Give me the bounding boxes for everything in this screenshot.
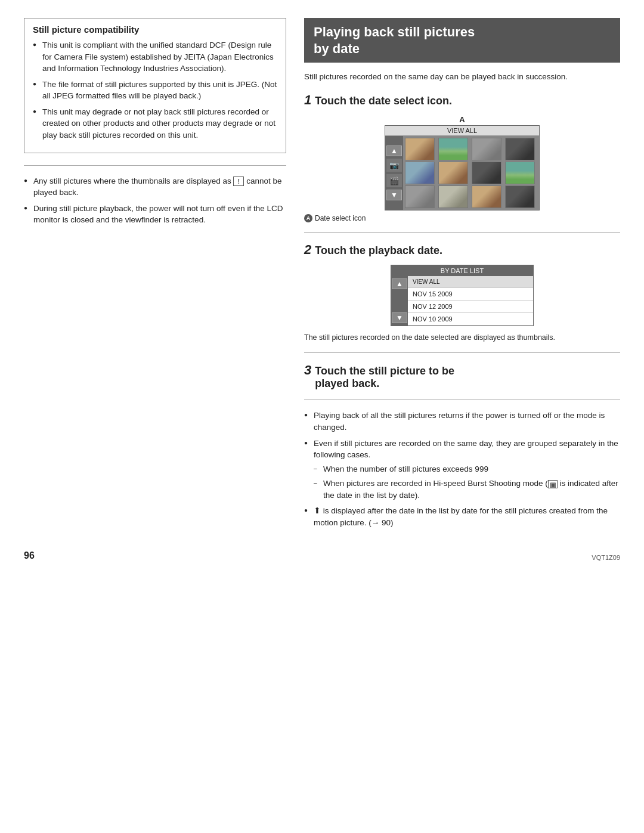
bydate-nav-down[interactable]: ▼ — [392, 312, 407, 323]
warning-icon: ! — [233, 176, 244, 186]
step3-heading: 3 Touch the still picture to be played b… — [304, 363, 620, 390]
cam-icon-1: 📷 — [386, 159, 402, 172]
step3-number: 3 — [304, 363, 311, 378]
viewall-label: VIEW ALL — [385, 126, 539, 136]
section-header: Playing back still pictures by date — [304, 18, 620, 63]
divider-1 — [24, 165, 286, 166]
step2-caption: The still pictures recorded on the date … — [304, 332, 620, 343]
thumb-1[interactable] — [405, 138, 435, 160]
bydate-body: ▲ ▼ VIEW ALL NOV 15 2009 NOV 12 2009 NOV… — [391, 276, 533, 326]
nav-down[interactable]: ▼ — [386, 190, 402, 200]
viewall-body: ▲ 📷 🎬 ▼ — [385, 136, 539, 210]
compat-box: Still picture compatibility This unit is… — [24, 18, 286, 153]
step3-label: Touch the still picture to be played bac… — [315, 365, 454, 390]
intro-text: Still pictures recorded on the same day … — [304, 71, 620, 83]
bydate-row-1[interactable]: NOV 15 2009 — [408, 288, 533, 301]
thumb-10[interactable] — [438, 185, 468, 208]
step2-number: 2 — [304, 242, 311, 258]
page-layout: Still picture compatibility This unit is… — [24, 18, 620, 532]
step1-number: 1 — [304, 92, 311, 108]
thumb-8[interactable] — [505, 162, 535, 184]
page-footer: 96 VQT1Z09 — [24, 550, 620, 561]
bydate-row-2[interactable]: NOV 12 2009 — [408, 301, 533, 313]
step3-bullet-2: Even if still pictures are recorded on t… — [304, 438, 620, 501]
thumb-3[interactable] — [472, 138, 501, 160]
thumb-11[interactable] — [472, 185, 501, 208]
extra-bullet-2: During still picture playback, the power… — [24, 203, 286, 226]
model-number: VQT1Z09 — [592, 554, 620, 561]
thumb-6[interactable] — [438, 162, 468, 184]
divider-3 — [304, 352, 620, 353]
step2-screenshot: BY DATE LIST ▲ ▼ VIEW ALL NOV 15 2009 NO… — [304, 265, 620, 326]
extra-bullet-1: Any still pictures where the thumbnails … — [24, 175, 286, 199]
step1-screenshot: A VIEW ALL ▲ 📷 🎬 ▼ — [304, 115, 620, 210]
thumb-7[interactable] — [472, 162, 501, 184]
label-a-above: A — [385, 115, 540, 124]
bydate-row-3[interactable]: NOV 10 2009 — [408, 313, 533, 326]
caption-text-a: Date select icon — [315, 214, 366, 222]
cam-icon-2: 🎬 — [386, 174, 402, 187]
thumb-2[interactable] — [438, 138, 468, 160]
compat-bullet-list: This unit is compliant with the unified … — [33, 39, 277, 141]
step3-bullet-3: ⬆ is displayed after the date in the lis… — [304, 505, 620, 528]
viewall-container: A VIEW ALL ▲ 📷 🎬 ▼ — [304, 115, 620, 210]
step2-label: Touch the playback date. — [315, 244, 442, 257]
step1-heading: 1 Touch the date select icon. — [304, 92, 620, 108]
nav-col: ▲ 📷 🎬 ▼ — [385, 136, 403, 210]
viewall-mockup: VIEW ALL ▲ 📷 🎬 ▼ — [385, 125, 540, 210]
step3-bullet-1: Playing back of all the still pictures r… — [304, 410, 620, 433]
left-column: Still picture compatibility This unit is… — [24, 18, 286, 230]
right-column: Playing back still pictures by date Stil… — [304, 18, 620, 532]
thumb-12[interactable] — [505, 185, 535, 208]
thumb-5[interactable] — [405, 162, 435, 184]
caption-circle-a: A — [304, 214, 312, 222]
bydate-rows: VIEW ALL NOV 15 2009 NOV 12 2009 NOV 10 … — [408, 276, 533, 326]
burst-icon: ▣ — [548, 480, 558, 488]
thumb-4[interactable] — [505, 138, 535, 160]
motion-icon: ⬆ — [314, 506, 321, 515]
page-number: 96 — [24, 550, 35, 561]
step3-dash-list: When the number of still pictures exceed… — [314, 463, 620, 501]
step3-dash-2: When pictures are recorded in Hi-speed B… — [314, 478, 620, 501]
divider-4 — [304, 400, 620, 400]
bydate-mockup: BY DATE LIST ▲ ▼ VIEW ALL NOV 15 2009 NO… — [391, 265, 534, 326]
divider-2 — [304, 232, 620, 233]
bydate-nav-up[interactable]: ▲ — [392, 278, 407, 289]
extra-bullet-list: Any still pictures where the thumbnails … — [24, 175, 286, 226]
thumb-grid — [403, 136, 539, 210]
step3-bullet-list: Playing back of all the still pictures r… — [304, 410, 620, 528]
section-title: Playing back still pictures by date — [314, 24, 611, 57]
step1-label: Touch the date select icon. — [315, 95, 452, 107]
compat-bullet-2: The file format of still pictures suppor… — [33, 79, 277, 102]
thumb-9[interactable] — [405, 185, 435, 208]
compat-bullet-3: This unit may degrade or not play back s… — [33, 106, 277, 141]
nav-up[interactable]: ▲ — [386, 145, 402, 156]
step2-heading: 2 Touch the playback date. — [304, 242, 620, 258]
bydate-header: BY DATE LIST — [391, 265, 533, 276]
compat-bullet-1: This unit is compliant with the unified … — [33, 39, 277, 75]
compat-title: Still picture compatibility — [33, 24, 277, 35]
step1-caption: A Date select icon — [304, 214, 620, 222]
bydate-nav: ▲ ▼ — [391, 276, 408, 326]
viewall-wrapper: A VIEW ALL ▲ 📷 🎬 ▼ — [385, 115, 540, 210]
bydate-row-viewall[interactable]: VIEW ALL — [408, 276, 533, 288]
step3-dash-1: When the number of still pictures exceed… — [314, 463, 620, 475]
